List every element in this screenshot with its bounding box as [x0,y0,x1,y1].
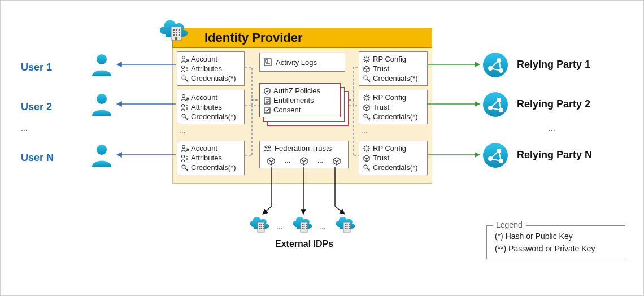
svg-rect-88 [259,226,260,227]
svg-rect-110 [349,226,350,227]
svg-rect-106 [347,224,348,225]
external-idp-icon [290,213,315,234]
external-idp-icon [333,213,358,234]
external-idps-label: External IDPs [275,239,333,249]
svg-rect-96 [304,224,305,225]
svg-rect-86 [261,224,262,225]
svg-rect-98 [302,226,303,227]
svg-rect-108 [345,226,346,227]
legend-line-1: (*) Hash or Public Key [495,232,617,241]
svg-rect-90 [263,226,264,227]
svg-rect-89 [261,226,262,227]
external-idp-icon [247,213,272,234]
svg-rect-109 [347,226,348,227]
svg-rect-87 [263,224,264,225]
svg-rect-99 [304,226,305,227]
svg-rect-103 [306,228,307,229]
svg-rect-92 [261,228,262,229]
legend-title: Legend [493,220,526,229]
svg-rect-100 [306,226,307,227]
ext-idp-ellipsis-1: ... [276,222,283,231]
svg-rect-111 [345,228,346,229]
svg-rect-85 [259,224,260,225]
svg-rect-113 [349,228,350,229]
svg-rect-102 [304,228,305,229]
svg-rect-93 [263,228,264,229]
svg-rect-95 [302,224,303,225]
svg-rect-112 [347,228,348,229]
svg-rect-91 [259,228,260,229]
svg-rect-97 [306,224,307,225]
svg-rect-105 [345,224,346,225]
legend-box: Legend (*) Hash or Public Key (**) Passw… [486,225,625,259]
svg-rect-107 [349,224,350,225]
ext-idp-ellipsis-2: ... [319,222,326,231]
svg-rect-101 [302,228,303,229]
legend-line-2: (**) Password or Private Key [495,244,617,253]
